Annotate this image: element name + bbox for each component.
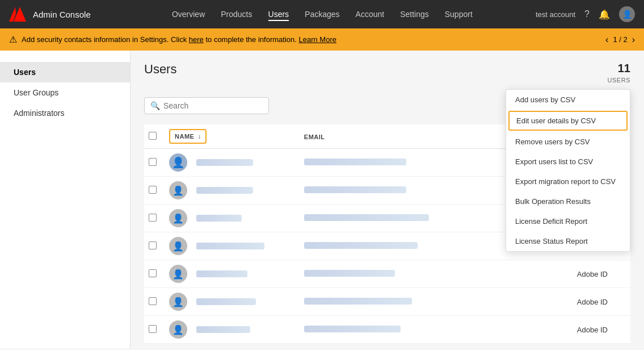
avatar: 👤: [169, 237, 187, 255]
table-row: 👤 Adobe ID: [144, 260, 630, 288]
user-email: [304, 270, 395, 277]
id-type: Adobe ID: [577, 326, 608, 334]
nav-support[interactable]: Support: [445, 7, 473, 21]
sidebar: Users User Groups Administrators: [0, 51, 131, 348]
user-name: [196, 215, 242, 222]
nav-overview[interactable]: Overview: [172, 7, 205, 21]
user-name: [196, 326, 250, 333]
sidebar-item-administrators[interactable]: Administrators: [0, 103, 130, 123]
user-count: 11 USERS: [608, 62, 630, 84]
row-checkbox[interactable]: [149, 269, 157, 277]
user-email: [304, 242, 418, 249]
sidebar-item-user-groups[interactable]: User Groups: [0, 82, 130, 103]
row-checkbox[interactable]: [149, 325, 157, 333]
id-type: Adobe ID: [577, 270, 608, 278]
avatar: 👤: [169, 181, 187, 199]
alert-learn-more-link[interactable]: Learn More: [298, 35, 336, 44]
alert-pagination: ‹ 1 / 2 ›: [605, 35, 635, 45]
alert-message: Add security contacts information in Set…: [22, 35, 336, 44]
row-checkbox[interactable]: [149, 297, 157, 305]
user-name: [196, 159, 253, 166]
table-row: 👤 Adobe ID: [144, 316, 630, 344]
main-layout: Users User Groups Administrators Users 1…: [0, 51, 644, 348]
alert-next-btn[interactable]: ›: [632, 35, 635, 45]
nav-account[interactable]: Account: [356, 7, 385, 21]
dropdown-edit-user-details-csv[interactable]: Edit user details by CSV: [508, 111, 628, 131]
dropdown-export-users-csv[interactable]: Export users list to CSV: [506, 152, 630, 172]
content-header: Users 11 USERS: [144, 62, 630, 84]
alert-icon: ⚠: [9, 34, 17, 45]
col-header-name[interactable]: NAME ↓: [169, 129, 304, 144]
dropdown-add-users-csv[interactable]: Add users by CSV: [506, 90, 630, 110]
sidebar-item-users[interactable]: Users: [0, 62, 130, 82]
dropdown-export-migration-csv[interactable]: Export migration report to CSV: [506, 172, 630, 191]
nav-users[interactable]: Users: [268, 7, 289, 21]
user-name: [196, 270, 247, 277]
avatar: 👤: [169, 320, 187, 339]
main-nav: Overview Products Users Packages Account…: [109, 7, 536, 21]
id-type: Adobe ID: [577, 298, 608, 306]
user-count-number: 11: [608, 62, 630, 75]
sort-arrow-icon: ↓: [197, 132, 201, 140]
adobe-logo-icon: [9, 6, 26, 23]
top-navigation: Admin Console Overview Products Users Pa…: [0, 0, 644, 28]
user-count-label: USERS: [608, 77, 630, 84]
avatar: 👤: [169, 153, 187, 172]
nav-products[interactable]: Products: [221, 7, 252, 21]
search-icon: 🔍: [150, 101, 160, 110]
search-input[interactable]: [163, 101, 263, 110]
user-email: [304, 298, 412, 305]
dropdown-license-status-report[interactable]: License Status Report: [506, 231, 630, 251]
notifications-icon[interactable]: 🔔: [599, 9, 610, 20]
avatar: 👤: [169, 293, 187, 311]
select-all-checkbox-col: [149, 132, 169, 141]
page-title: Users: [144, 62, 176, 77]
alert-banner: ⚠ Add security contacts information in S…: [0, 28, 644, 51]
name-sort-header[interactable]: NAME ↓: [169, 129, 207, 144]
user-name: [196, 243, 264, 249]
nav-settings[interactable]: Settings: [400, 7, 429, 21]
avatar[interactable]: 👤: [619, 6, 635, 22]
help-icon[interactable]: ?: [584, 9, 590, 19]
user-name: [196, 298, 256, 305]
alert-content: ⚠ Add security contacts information in S…: [9, 34, 336, 45]
dropdown-license-deficit-report[interactable]: License Deficit Report: [506, 211, 630, 231]
nav-packages[interactable]: Packages: [305, 7, 339, 21]
user-email: [304, 214, 429, 221]
row-checkbox[interactable]: [149, 186, 157, 194]
avatar: 👤: [169, 265, 187, 283]
col-header-email: EMAIL: [304, 132, 507, 141]
dropdown-menu: Add users by CSV Edit user details by CS…: [506, 89, 630, 252]
row-checkbox[interactable]: [149, 241, 157, 249]
dropdown-remove-users-csv[interactable]: Remove users by CSV: [506, 132, 630, 152]
search-box[interactable]: 🔍: [144, 97, 269, 114]
user-email: [304, 186, 406, 193]
table-row: 👤 Adobe ID: [144, 288, 630, 316]
user-email: [304, 326, 401, 332]
alert-prev-btn[interactable]: ‹: [605, 35, 608, 45]
user-email: [304, 159, 406, 165]
account-name: test account: [536, 10, 575, 19]
row-checkbox[interactable]: [149, 214, 157, 222]
dropdown-bulk-operation-results[interactable]: Bulk Operation Results: [506, 191, 630, 211]
row-checkbox[interactable]: [149, 158, 157, 166]
app-title: Admin Console: [33, 10, 91, 19]
nav-right: test account ? 🔔 👤: [536, 6, 635, 22]
col-name-label: NAME: [175, 133, 194, 140]
avatar: 👤: [169, 209, 187, 227]
main-content: Users 11 USERS 🔍 Add User ···: [131, 51, 644, 348]
alert-here-link[interactable]: here: [189, 35, 204, 44]
user-name: [196, 187, 253, 194]
alert-page-indicator: 1 / 2: [613, 35, 627, 44]
select-all-checkbox[interactable]: [149, 132, 157, 140]
